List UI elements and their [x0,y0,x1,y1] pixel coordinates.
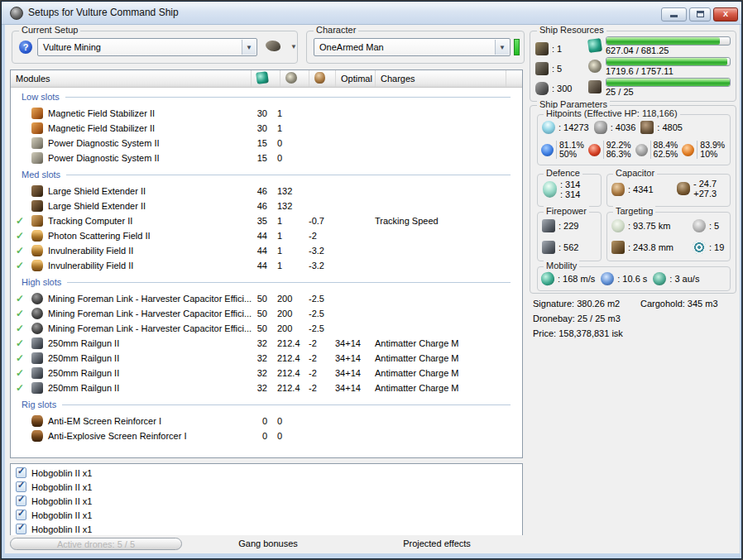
targeting-label: Targeting [613,206,655,216]
module-powergrid: 1 [277,106,282,121]
railgun-icon [31,367,43,379]
module-row[interactable]: ✓250mm Railgun II32212.4-234+14Antimatte… [11,336,522,351]
minimize-button[interactable] [661,7,687,22]
module-row[interactable]: Magnetic Field Stabilizer II301 [11,106,522,121]
module-row[interactable]: ✓Invulnerability Field II441-3.2 [11,258,522,273]
drone-checkbox[interactable] [16,467,26,478]
shield-hp: : 14273 [558,122,589,132]
firepower-group: Firepower : 229 : 562 [537,212,602,261]
drone-row[interactable]: Hobgoblin II x1 [11,480,522,494]
rig-icon [31,415,43,427]
ship-parameters-group: Ship Parameters Hitpoints (Effective HP:… [530,105,736,294]
shield-hardener-icon [31,230,43,242]
drone-checkbox[interactable] [16,524,26,534]
resist-group: 83.9%10% [682,141,725,159]
ship-menu-button[interactable]: ▼ [264,38,299,56]
railgun-icon [31,352,43,364]
active-drones-bar: Active drones: 5 / 5 [10,538,182,550]
module-name: Tracking Computer II [48,213,132,228]
drone-bandwidth-icon [588,80,602,93]
explosive-resist-icon [682,144,694,156]
title-bar[interactable]: Setups for Vulture Command Ship X [2,2,741,25]
targeting-group: Targeting : 93.75 km : 5 : 243.8 mm : 19 [606,212,731,261]
module-cap-use: -0.7 [309,213,324,228]
module-row[interactable]: Power Diagnostic System II150 [11,151,522,165]
module-row[interactable]: ✓250mm Railgun II32212.4-234+14Antimatte… [11,351,522,366]
cpu-icon [256,71,269,84]
module-row[interactable]: Large Shield Extender II46132 [11,199,522,213]
module-optimal: 34+14 [335,381,361,395]
current-setup-label: Current Setup [19,25,80,35]
character-select[interactable]: OneArmed Man ▼ [314,38,511,56]
drone-row[interactable]: Hobgoblin II x1 [11,522,522,536]
module-row[interactable]: Anti-EM Screen Reinforcer I00 [11,414,522,428]
module-name: Invulnerability Field II [48,243,133,258]
slot-section-title: Rig slots [11,395,522,414]
drone-checkbox[interactable] [16,495,26,506]
module-name: Mining Foreman Link - Harvester Capacito… [48,306,252,321]
active-check-icon: ✓ [16,243,24,258]
drone-row[interactable]: Hobgoblin II x1 [11,494,522,508]
drone-checkbox[interactable] [16,481,26,492]
module-row[interactable]: ✓Mining Foreman Link - Harvester Capacit… [11,291,522,306]
module-powergrid: 212.4 [277,366,300,381]
module-row[interactable]: ✓Photon Scattering Field II441-2 [11,228,522,243]
module-row[interactable]: ✓Tracking Computer II351-0.7Tracking Spe… [11,213,522,228]
module-powergrid: 132 [277,199,292,213]
module-row[interactable]: Magnetic Field Stabilizer II301 [11,121,522,136]
module-row[interactable]: ✓Mining Foreman Link - Harvester Capacit… [11,321,522,336]
charges-column-header[interactable]: Charges [375,70,506,87]
module-cpu: 50 [236,306,267,321]
modules-header[interactable]: Modules Optimal Charges [11,70,522,88]
active-check-icon: ✓ [16,258,24,273]
defence-sustained: : 314 [560,189,580,199]
active-check-icon: ✓ [16,291,24,306]
module-cpu: 35 [236,213,267,228]
module-cap-use: -2 [309,366,317,381]
app-window: Setups for Vulture Command Ship X Curren… [1,1,742,559]
current-setup-group: Current Setup ? Vulture Mining ▼ ▼ [12,31,298,64]
modules-list: Low slotsMagnetic Field Stabilizer II301… [11,88,522,443]
optimal-column-header[interactable]: Optimal [335,70,375,87]
module-powergrid: 1 [277,228,282,243]
module-cpu: 32 [236,366,267,381]
help-icon[interactable]: ? [19,41,32,54]
module-row[interactable]: ✓250mm Railgun II32212.4-234+14Antimatte… [11,381,522,395]
drone-checkbox[interactable] [16,510,26,520]
module-powergrid: 212.4 [277,336,300,351]
module-cap-use: -2.5 [309,321,324,336]
module-cap-use: -3.2 [309,243,324,258]
module-row[interactable]: ✓Invulnerability Field II441-3.2 [11,243,522,258]
drone-row[interactable]: Hobgoblin II x1 [11,466,522,480]
drone-row[interactable]: Hobgoblin II x1 [11,508,522,522]
shield-extender-icon [31,200,43,212]
footer-bar: Active drones: 5 / 5 Gang bonuses Projec… [5,535,740,553]
dps-value: : 229 [558,221,578,231]
module-row[interactable]: Large Shield Extender II46132 [11,184,522,199]
turret-hardpoint-icon [535,42,549,55]
modules-panel: Modules Optimal Charges Low slotsMagneti… [10,69,523,458]
current-setup-select[interactable]: Vulture Mining ▼ [37,38,257,56]
maximize-button[interactable] [689,7,711,22]
module-cpu: 44 [236,228,267,243]
modules-column-header[interactable]: Modules [16,70,50,87]
module-cap-use: -2 [309,336,317,351]
shield-hp-icon [542,121,555,134]
module-row[interactable]: Anti-Explosive Screen Reinforcer I00 [11,428,522,443]
defence-reinforced: : 314 [560,179,580,189]
module-name: Mining Foreman Link - Harvester Capacito… [48,321,252,336]
warp-speed-icon [653,272,666,285]
module-name: Anti-Explosive Screen Reinforcer I [48,428,187,443]
module-row[interactable]: ✓Mining Foreman Link - Harvester Capacit… [11,306,522,321]
module-powergrid: 0 [277,428,282,443]
ship-icon [266,41,280,51]
cpu-bar [606,36,731,45]
module-row[interactable]: ✓250mm Railgun II32212.4-234+14Antimatte… [11,366,522,381]
gang-link-icon [31,293,43,304]
module-row[interactable]: Power Diagnostic System II150 [11,136,522,151]
max-targets-icon [693,219,706,232]
chevron-down-icon: ▼ [290,43,297,50]
dronebay-usage: 25 / 25 [606,87,731,97]
module-cpu: 46 [236,184,267,199]
close-button[interactable]: X [713,7,738,22]
